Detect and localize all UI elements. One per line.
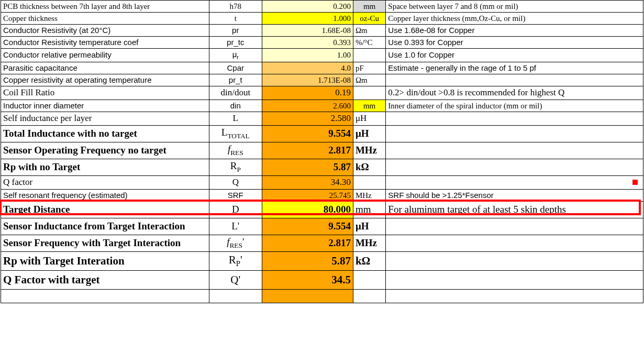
param-label: Conductor Resistivity (at 20°C) (1, 25, 209, 37)
param-symbol: din (209, 100, 262, 112)
param-note (386, 289, 643, 303)
param-value[interactable]: 0.19 (262, 86, 353, 100)
param-unit (353, 270, 385, 289)
param-value[interactable]: 9.554 (262, 125, 353, 142)
param-note: Use 1.68e-08 for Copper (386, 25, 643, 37)
table-row: Rp with no TargetRP5.87kΩ (1, 159, 643, 175)
table-row: PCB thickness between 7th layer and 8th … (1, 1, 643, 13)
param-symbol: pr_t (209, 74, 262, 86)
param-value[interactable] (262, 289, 353, 303)
param-label: Sensor Frequency with Target Interaction (1, 235, 209, 251)
param-label: Q Factor with target (1, 270, 209, 289)
param-unit (353, 49, 385, 62)
param-value[interactable]: 9.554 (262, 218, 353, 235)
param-note (386, 218, 643, 235)
param-symbol: LTOTAL (209, 125, 262, 142)
param-note: SRF should be >1.25*Fsensor (386, 189, 643, 201)
param-value[interactable]: 1.00 (262, 49, 353, 62)
param-label: Self inductance per layer (1, 112, 209, 125)
param-symbol: fRES (209, 142, 262, 159)
param-unit: MHz (353, 189, 385, 201)
param-label: Rp with Target Interation (1, 251, 209, 270)
param-label: Conductor Resistivity temperature coef (1, 37, 209, 49)
param-symbol: L (209, 112, 262, 125)
param-symbol: pr (209, 25, 262, 37)
param-unit: mm (353, 201, 385, 218)
param-value[interactable]: 0.393 (262, 37, 353, 49)
table-row: Sensor Operating Frequency no targetfRES… (1, 142, 643, 159)
param-unit (353, 289, 385, 303)
param-unit: mm (353, 100, 385, 112)
param-value[interactable]: 1.713E-08 (262, 74, 353, 86)
table-row (1, 289, 643, 303)
param-value[interactable]: 5.87 (262, 251, 353, 270)
param-unit: MHz (353, 142, 385, 159)
param-symbol: Q (209, 175, 262, 189)
param-label: Sensor Operating Frequency no target (1, 142, 209, 159)
param-label: PCB thickness between 7th layer and 8th … (1, 1, 209, 13)
table-row: Rp with Target InterationRP'5.87kΩ (1, 251, 643, 270)
param-note (386, 142, 643, 159)
param-label: Sensor Inductance from Target Interactio… (1, 218, 209, 235)
param-note: For aluminum target of at least 5 skin d… (386, 201, 643, 218)
param-value[interactable]: 25.745 (262, 189, 353, 201)
param-unit: μH (353, 218, 385, 235)
param-value[interactable]: 2.817 (262, 235, 353, 251)
param-note: Inner diameter of the spiral inductor (m… (386, 100, 643, 112)
param-label: Copper thickness (1, 13, 209, 25)
param-value[interactable]: 1.68E-08 (262, 25, 353, 37)
param-value[interactable]: 2.817 (262, 142, 353, 159)
param-note: Use 1.0 for Copper (386, 49, 643, 62)
param-unit: kΩ (353, 251, 385, 270)
parameter-table: PCB thickness between 7th layer and 8th … (1, 0, 643, 303)
param-label: Inductor inner diameter (1, 100, 209, 112)
param-note: Estimate - generally in the rage of 1 to… (386, 62, 643, 74)
table-row: Conductor relative permeabilityμr1.00Use… (1, 49, 643, 62)
param-unit: mm (353, 1, 385, 13)
table-row: Copper thicknesst1.000oz-CuCopper layer … (1, 13, 643, 25)
param-unit: μH (353, 125, 385, 142)
param-label: Self resonant frequency (estimated) (1, 189, 209, 201)
param-symbol: fRES' (209, 235, 262, 251)
param-value[interactable]: 34.30 (262, 175, 353, 189)
param-label: Rp with no Target (1, 159, 209, 175)
param-unit: Ωm (353, 25, 385, 37)
param-note: Space between layer 7 and 8 (mm or mil) (386, 1, 643, 13)
param-note (386, 251, 643, 270)
param-symbol: h78 (209, 1, 262, 13)
param-unit: %/°C (353, 37, 385, 49)
table-row: Conductor Resistivity temperature coefpr… (1, 37, 643, 49)
param-symbol: SRF (209, 189, 262, 201)
param-value[interactable]: 80.000 (262, 201, 353, 218)
param-symbol: pr_tc (209, 37, 262, 49)
table-row: Q Factor with targetQ'34.5 (1, 270, 643, 289)
param-label: Target Distance (1, 201, 209, 218)
param-note (386, 270, 643, 289)
param-label: Parasitic capacitance (1, 62, 209, 74)
param-label: Coil Fill Ratio (1, 86, 209, 100)
table-row: Target DistanceD80.000mmFor aluminum tar… (1, 201, 643, 218)
param-value[interactable]: 2.580 (262, 112, 353, 125)
param-note: Copper layer thickness (mm,Oz-Cu, or mil… (386, 13, 643, 25)
param-label: Total Inductance with no target (1, 125, 209, 142)
param-symbol: Cpar (209, 62, 262, 74)
param-unit: μH (353, 112, 385, 125)
param-value[interactable]: 0.200 (262, 1, 353, 13)
table-row: Self resonant frequency (estimated)SRF25… (1, 189, 643, 201)
table-row: Coil Fill Ratiodin/dout0.190.2> din/dout… (1, 86, 643, 100)
table-row: Sensor Frequency with Target Interaction… (1, 235, 643, 251)
table-row: Self inductance per layerL2.580μH (1, 112, 643, 125)
param-label: Conductor relative permeability (1, 49, 209, 62)
table-row: Total Inductance with no targetLTOTAL9.5… (1, 125, 643, 142)
table-row: Q factorQ34.30 (1, 175, 643, 189)
param-value[interactable]: 5.87 (262, 159, 353, 175)
param-value[interactable]: 4.0 (262, 62, 353, 74)
param-value[interactable]: 2.600 (262, 100, 353, 112)
param-value[interactable]: 1.000 (262, 13, 353, 25)
table-row: Inductor inner diameterdin2.600mmInner d… (1, 100, 643, 112)
param-note (386, 112, 643, 125)
param-unit: oz-Cu (353, 13, 385, 25)
param-label: Q factor (1, 175, 209, 189)
param-value[interactable]: 34.5 (262, 270, 353, 289)
param-symbol: RP (209, 159, 262, 175)
